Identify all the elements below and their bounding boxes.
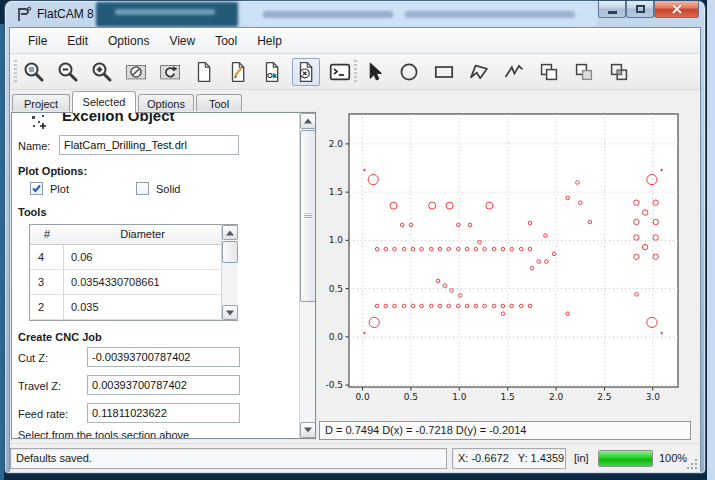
- name-label: Name:: [18, 140, 50, 152]
- panel-scrollbar[interactable]: [299, 113, 316, 438]
- svg-text:Ok: Ok: [267, 71, 278, 80]
- edit-drawing-button[interactable]: [224, 58, 252, 86]
- toolbar-drag-handle-2[interactable]: [354, 60, 357, 83]
- menu-view[interactable]: View: [159, 30, 205, 52]
- draw-path-button[interactable]: [500, 58, 528, 86]
- zoom-out-button[interactable]: [54, 58, 82, 86]
- table-scrollbar-thumb[interactable]: [222, 241, 238, 263]
- new-project-button[interactable]: [190, 58, 218, 86]
- tool-row[interactable]: 3 0.0354330708661: [30, 270, 221, 295]
- units-label[interactable]: [in]: [574, 452, 589, 464]
- tool-diameter: 0.0354330708661: [64, 270, 221, 295]
- status-message: Defaults saved.: [10, 448, 447, 469]
- draw-rectangle-button[interactable]: [430, 58, 458, 86]
- intersect-button[interactable]: [605, 58, 633, 86]
- draw-circle-button[interactable]: [395, 58, 423, 86]
- zoom-fit-button[interactable]: [20, 58, 48, 86]
- name-input[interactable]: [59, 135, 239, 155]
- select-tool-button[interactable]: [360, 58, 388, 86]
- tab-project[interactable]: Project: [12, 94, 70, 113]
- titlebar-glass-streak2: [405, 11, 575, 18]
- tab-tool[interactable]: Tool: [196, 94, 242, 113]
- selected-object-panel: Excellon Object Name: Plot Options: Plot…: [11, 112, 316, 439]
- resize-grip[interactable]: [687, 459, 697, 469]
- panel-scrollbar-thumb[interactable]: [300, 130, 316, 302]
- measurement-readout: D = 0.7494 D(x) = -0.7218 D(y) = -0.2014: [319, 421, 691, 440]
- maximize-button[interactable]: [626, 1, 654, 18]
- toolbar: Ok: [10, 54, 700, 90]
- draw-polygon-button[interactable]: [465, 58, 493, 86]
- plot-options-heading: Plot Options:: [18, 165, 87, 177]
- menu-options[interactable]: Options: [98, 30, 159, 52]
- minimize-button[interactable]: [598, 1, 626, 18]
- window-title: FlatCAM 8: [37, 7, 94, 21]
- titlebar-glass-streak3: [115, 9, 215, 15]
- travel-z-input[interactable]: [87, 375, 240, 395]
- svg-text:1.0: 1.0: [329, 235, 344, 245]
- tools-table: # Diameter 4 0.06 3 0.0354330708661 2 0.…: [29, 224, 238, 321]
- status-bar: Defaults saved. X: -0.6672 Y: 1.4359 [in…: [10, 443, 700, 472]
- feed-rate-input[interactable]: [87, 403, 240, 423]
- tab-selected[interactable]: Selected: [72, 91, 136, 113]
- menu-help[interactable]: Help: [247, 30, 292, 52]
- table-scrollbar[interactable]: [221, 225, 238, 320]
- menu-file[interactable]: File: [18, 30, 57, 52]
- cut-z-label: Cut Z:: [18, 352, 48, 364]
- svg-text:2.5: 2.5: [597, 392, 611, 402]
- svg-text:0.0: 0.0: [355, 392, 370, 402]
- tool-diameter: 0.06: [64, 245, 221, 270]
- minimize-icon: [608, 11, 617, 14]
- menu-edit[interactable]: Edit: [57, 30, 98, 52]
- maximize-icon: [636, 5, 645, 13]
- titlebar-glass-streak1: [263, 11, 393, 18]
- command-shell-button[interactable]: [326, 58, 354, 86]
- toolbar-drag-handle[interactable]: [14, 60, 17, 83]
- solid-checkbox[interactable]: [136, 182, 149, 195]
- table-scroll-up-button[interactable]: [222, 225, 238, 240]
- solid-checkbox-label[interactable]: Solid: [156, 183, 180, 195]
- table-scroll-down-button[interactable]: [222, 305, 238, 320]
- menu-tool[interactable]: Tool: [205, 30, 247, 52]
- progress-percent-label: 100%: [659, 452, 687, 464]
- drill-plot: 0.00.51.01.52.02.53.0-0.50.00.51.01.52.0: [319, 95, 693, 421]
- tool-row[interactable]: 2 0.035: [30, 295, 221, 320]
- tool-number: 3: [30, 270, 64, 295]
- cursor-coordinates: X: -0.6672 Y: 1.4359: [452, 448, 566, 469]
- svg-text:2.0: 2.0: [329, 139, 344, 149]
- close-icon: [671, 3, 683, 15]
- replot-button[interactable]: [156, 58, 184, 86]
- tab-options[interactable]: Options: [138, 94, 194, 113]
- screen: FlatCAM 8 File Edit Options View Tool He…: [0, 0, 715, 480]
- travel-z-label: Travel Z:: [18, 380, 61, 392]
- cancel-edit-button[interactable]: [292, 58, 320, 86]
- update-drawing-button[interactable]: Ok: [258, 58, 286, 86]
- plot-area[interactable]: 0.00.51.01.52.02.53.0-0.50.00.51.01.52.0: [319, 95, 693, 421]
- column-header-number[interactable]: #: [30, 225, 64, 245]
- subtract-button[interactable]: [570, 58, 598, 86]
- tools-heading: Tools: [18, 206, 47, 218]
- tool-number: 2: [30, 295, 64, 320]
- flatcam-window: FlatCAM 8 File Edit Options View Tool He…: [4, 0, 706, 474]
- client-area: File Edit Options View Tool Help Ok: [9, 27, 701, 471]
- svg-text:1.5: 1.5: [501, 392, 515, 402]
- panel-scroll-down-button[interactable]: [300, 422, 316, 438]
- panel-title: Excellon Object: [62, 112, 175, 124]
- zoom-in-button[interactable]: [88, 58, 116, 86]
- excellon-object-icon: [31, 114, 47, 130]
- svg-text:3.0: 3.0: [646, 392, 661, 402]
- svg-text:0.0: 0.0: [329, 332, 344, 342]
- column-header-diameter[interactable]: Diameter: [64, 225, 221, 245]
- cut-z-input[interactable]: [87, 347, 240, 367]
- tool-row[interactable]: 4 0.06: [30, 245, 221, 270]
- plot-checkbox-label[interactable]: Plot: [50, 183, 69, 195]
- tool-diameter: 0.035: [64, 295, 221, 320]
- menu-bar: File Edit Options View Tool Help: [10, 28, 700, 54]
- background-window-right-strip: [707, 0, 715, 480]
- clear-plot-button[interactable]: [122, 58, 150, 86]
- feed-rate-label: Feed rate:: [18, 408, 68, 420]
- close-button[interactable]: [654, 1, 699, 18]
- union-button[interactable]: [535, 58, 563, 86]
- plot-checkbox[interactable]: [30, 182, 43, 195]
- progress-bar: [598, 450, 653, 467]
- panel-scroll-up-button[interactable]: [300, 113, 316, 129]
